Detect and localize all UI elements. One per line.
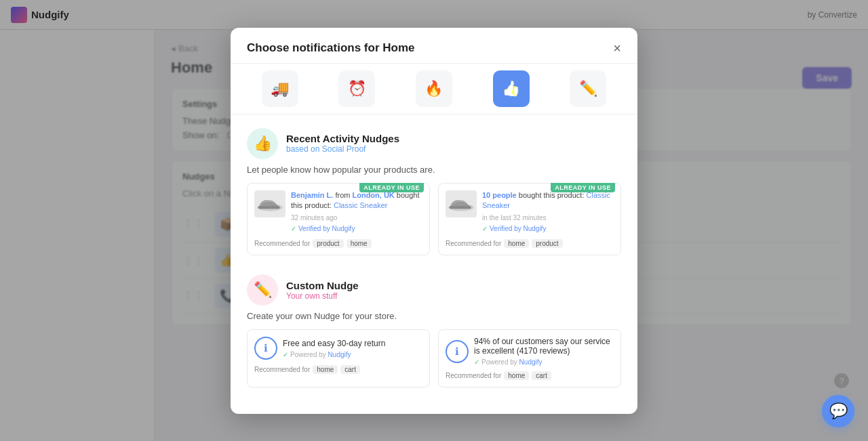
custom-card-text-block-2: 94% of our customers say our service is …	[474, 337, 614, 366]
fire-icon: 🔥	[425, 80, 443, 98]
tag-home: home	[504, 239, 529, 248]
delivery-icon: 🚚	[271, 80, 289, 98]
nudge-card-content: 10 people bought this product: Classic S…	[446, 190, 614, 234]
edit-icon: ✏️	[579, 80, 597, 98]
recent-activity-cards: ALREADY IN USE B	[247, 183, 621, 256]
modal-overlay: Choose notifications for Home × 🚚 ⏰ 🔥 👍 …	[0, 0, 868, 441]
custom-card-return[interactable]: ℹ Free and easy 30-day return ✓ Powered …	[247, 329, 430, 387]
custom-nudge-header: ✏️ Custom Nudge Your own stuff	[247, 274, 621, 306]
custom-nudge-icon: ✏️	[247, 274, 278, 306]
custom-nudge-cards: ℹ Free and easy 30-day return ✓ Powered …	[247, 329, 621, 387]
recent-activity-desc: Let people know how popular your product…	[247, 165, 621, 175]
shoe-image	[256, 194, 283, 214]
product-thumbnail	[254, 190, 285, 217]
custom-recommended-row: Recommended for home cart	[254, 365, 422, 374]
custom-nudge-desc: Create your own Nudge for your store.	[247, 311, 621, 321]
tag-cart-2: cart	[532, 371, 551, 380]
custom-nudge-section: ✏️ Custom Nudge Your own stuff Create yo…	[247, 274, 621, 387]
check-icon: ✓	[291, 224, 296, 234]
custom-nudge-name: Custom Nudge	[286, 280, 359, 291]
modal-body: 👍 Recent Activity Nudges based on Social…	[231, 114, 637, 414]
check-icon: ✓	[482, 224, 488, 234]
recommended-label: Recommended for	[446, 372, 501, 379]
recommended-row-2: Recommended for home product	[446, 239, 614, 248]
time-text: 32 minutes ago	[291, 213, 422, 223]
chat-button[interactable]: 💬	[822, 395, 854, 427]
tab-fire[interactable]: 🔥	[416, 70, 452, 107]
custom-recommended-row-2: Recommended for home cart	[446, 371, 614, 380]
recent-activity-header: 👍 Recent Activity Nudges based on Social…	[247, 128, 621, 159]
custom-card-text-2: 94% of our customers say our service is …	[474, 337, 614, 356]
recommended-label: Recommended for	[446, 240, 501, 247]
tag-product: product	[313, 239, 343, 248]
custom-card-text: Free and easy 30-day return	[283, 339, 385, 348]
nudge-card-description: Benjamin L. from London, UK bought this …	[291, 190, 422, 234]
tag-cart: cart	[340, 365, 360, 374]
info-icon-2: ℹ	[446, 340, 469, 363]
recommended-row: Recommended for product home	[254, 239, 422, 248]
tag-home: home	[347, 239, 372, 248]
custom-card-content: ℹ Free and easy 30-day return ✓ Powered …	[254, 337, 422, 360]
recommended-label: Recommended for	[254, 240, 310, 247]
recent-activity-section: 👍 Recent Activity Nudges based on Social…	[247, 128, 621, 256]
nudge-card-content: Benjamin L. from London, UK bought this …	[254, 190, 422, 234]
category-tabs: 🚚 ⏰ 🔥 👍 ✏️	[231, 64, 637, 114]
nudge-card-social-individual[interactable]: ALREADY IN USE B	[247, 183, 430, 256]
custom-nudge-subtitle: Your own stuff	[286, 291, 359, 301]
check-powered-2: ✓	[474, 358, 479, 366]
modal-title: Choose notifications for Home	[247, 41, 414, 55]
recent-activity-subtitle: based on Social Proof	[286, 144, 399, 154]
already-in-use-badge: ALREADY IN USE	[551, 183, 615, 192]
custom-card-reviews[interactable]: ℹ 94% of our customers say our service i…	[438, 329, 621, 387]
time-text-2: in the last 32 minutes	[482, 213, 614, 223]
product-name: Classic Sneaker	[334, 201, 387, 209]
recent-activity-icon: 👍	[247, 128, 278, 159]
tag-home-2: home	[504, 371, 529, 380]
svg-rect-3	[450, 206, 471, 209]
recent-activity-name: Recent Activity Nudges	[286, 133, 399, 144]
choose-notifications-modal: Choose notifications for Home × 🚚 ⏰ 🔥 👍 …	[231, 28, 637, 414]
modal-close-button[interactable]: ×	[613, 41, 621, 55]
product-thumbnail	[446, 190, 477, 217]
verified-text: ✓ Verified by Nudgify	[291, 224, 422, 234]
powered-by: ✓ Powered by Nudgify	[283, 351, 385, 358]
powered-by-2: ✓ Powered by Nudgify	[474, 358, 614, 366]
verified-text-2: ✓ Verified by Nudgify	[482, 224, 614, 234]
recommended-label: Recommended for	[254, 366, 310, 373]
thumbsup-icon: 👍	[502, 80, 520, 98]
from-text: from	[335, 191, 352, 199]
timer-icon: ⏰	[348, 80, 366, 98]
tab-delivery[interactable]: 🚚	[262, 70, 298, 107]
nudge-card-social-group[interactable]: ALREADY IN USE 1	[438, 183, 621, 256]
recent-activity-info: Recent Activity Nudges based on Social P…	[286, 133, 399, 154]
person-name: Benjamin L.	[291, 191, 333, 199]
info-icon: ℹ	[254, 337, 277, 360]
tab-edit[interactable]: ✏️	[570, 70, 606, 107]
check-powered: ✓	[283, 351, 288, 358]
custom-card-content-2: ℹ 94% of our customers say our service i…	[446, 337, 614, 366]
tag-product: product	[532, 239, 562, 248]
nudge-card-description: 10 people bought this product: Classic S…	[482, 190, 614, 234]
tab-thumbsup[interactable]: 👍	[493, 70, 530, 107]
modal-header: Choose notifications for Home ×	[231, 28, 637, 64]
tag-home: home	[313, 365, 338, 374]
shoe-image-2	[448, 194, 475, 214]
tab-timer[interactable]: ⏰	[338, 70, 375, 107]
people-count: 10 people	[482, 191, 517, 199]
already-in-use-badge: ALREADY IN USE	[359, 183, 424, 192]
chat-icon: 💬	[829, 402, 848, 420]
custom-nudge-info: Custom Nudge Your own stuff	[286, 280, 359, 301]
svg-rect-1	[258, 206, 280, 209]
custom-card-text-block: Free and easy 30-day return ✓ Powered by…	[283, 339, 385, 358]
